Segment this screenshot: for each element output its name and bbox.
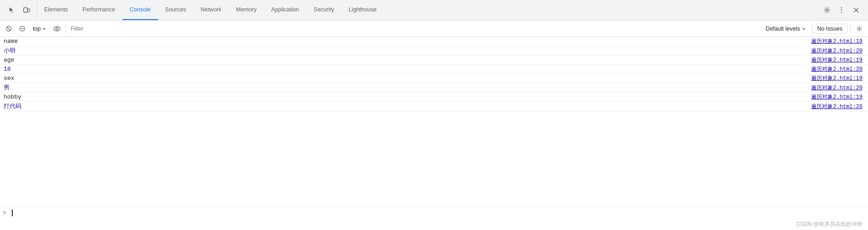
context-dropdown[interactable]: top xyxy=(30,24,49,33)
filter-input[interactable] xyxy=(69,23,760,34)
console-row-link[interactable]: 遍历对象2.html:20 xyxy=(811,84,868,92)
svg-point-13 xyxy=(56,27,58,30)
tab-memory[interactable]: Memory xyxy=(229,0,264,20)
svg-point-12 xyxy=(54,26,60,31)
svg-point-4 xyxy=(841,10,842,10)
console-row: 小明遍历对象2.html:20 xyxy=(0,46,868,56)
no-issues-button[interactable]: No Issues xyxy=(812,24,848,34)
console-row-content: age xyxy=(4,57,811,63)
console-row: sex遍历对象2.html:19 xyxy=(0,74,868,83)
more-options-icon[interactable] xyxy=(835,4,848,16)
watermark: CSDN @程序员在线炒河粉 xyxy=(0,219,868,230)
tab-application[interactable]: Application xyxy=(264,0,306,20)
tab-security[interactable]: Security xyxy=(306,0,342,20)
console-row: 打代码遍历对象2.html:20 xyxy=(0,102,868,111)
console-output: name遍历对象2.html:19小明遍历对象2.html:20age遍历对象2… xyxy=(0,37,868,207)
tab-sources[interactable]: Sources xyxy=(158,0,194,20)
tab-network[interactable]: Network xyxy=(193,0,229,20)
console-row: name遍历对象2.html:19 xyxy=(0,37,868,46)
console-row-content: name xyxy=(4,38,811,45)
settings-icon[interactable] xyxy=(821,4,833,16)
console-row-content: 打代码 xyxy=(4,102,811,110)
tab-bar-right xyxy=(817,4,866,16)
svg-point-14 xyxy=(858,28,860,30)
console-row: age遍历对象2.html:19 xyxy=(0,56,868,65)
close-icon[interactable] xyxy=(850,4,863,16)
console-row-content: 小明 xyxy=(4,47,811,55)
console-row-content: hobby xyxy=(4,94,811,100)
main-content: top Default levels No Issues xyxy=(0,21,868,230)
svg-point-5 xyxy=(841,12,842,13)
console-row-link[interactable]: 遍历对象2.html:19 xyxy=(811,37,868,45)
tab-list: Elements Performance Console Sources Net… xyxy=(37,0,817,20)
console-row-link[interactable]: 遍历对象2.html:20 xyxy=(811,103,868,110)
console-row-link[interactable]: 遍历对象2.html:20 xyxy=(811,47,868,55)
console-row-content: 18 xyxy=(4,66,811,73)
tab-performance[interactable]: Performance xyxy=(75,0,123,20)
settings-toolbar-icon[interactable] xyxy=(853,23,865,35)
stop-icon[interactable] xyxy=(16,23,28,35)
console-input-row: > xyxy=(0,207,868,219)
tab-console[interactable]: Console xyxy=(123,0,158,20)
tab-bar: Elements Performance Console Sources Net… xyxy=(0,0,868,21)
svg-point-3 xyxy=(841,7,842,8)
svg-rect-0 xyxy=(24,8,27,12)
clear-console-icon[interactable] xyxy=(3,23,15,35)
console-row-link[interactable]: 遍历对象2.html:19 xyxy=(811,56,868,64)
console-row-link[interactable]: 遍历对象2.html:19 xyxy=(811,74,868,82)
tab-lighthouse[interactable]: Lighthouse xyxy=(342,0,384,20)
console-row-link[interactable]: 遍历对象2.html:20 xyxy=(811,65,868,73)
svg-point-2 xyxy=(826,9,828,11)
console-row-content: sex xyxy=(4,75,811,82)
console-prompt: > xyxy=(3,209,6,216)
console-row-link[interactable]: 遍历对象2.html:19 xyxy=(811,93,868,101)
toolbar-divider-2 xyxy=(850,24,851,33)
console-row: hobby遍历对象2.html:19 xyxy=(0,93,868,102)
tab-elements[interactable]: Elements xyxy=(37,0,75,20)
svg-line-9 xyxy=(7,27,10,31)
console-toolbar: top Default levels No Issues xyxy=(0,21,868,37)
default-levels-dropdown[interactable]: Default levels xyxy=(761,24,810,34)
toolbar-divider xyxy=(66,24,66,33)
svg-rect-1 xyxy=(28,9,30,12)
device-toolbar-icon[interactable] xyxy=(20,4,33,16)
select-element-icon[interactable] xyxy=(5,4,18,16)
devtools-icons xyxy=(2,0,37,20)
eye-icon[interactable] xyxy=(51,23,63,35)
console-cursor[interactable] xyxy=(8,209,13,216)
console-row: 男遍历对象2.html:20 xyxy=(0,83,868,93)
console-row-content: 男 xyxy=(4,84,811,92)
console-row: 18遍历对象2.html:20 xyxy=(0,65,868,74)
